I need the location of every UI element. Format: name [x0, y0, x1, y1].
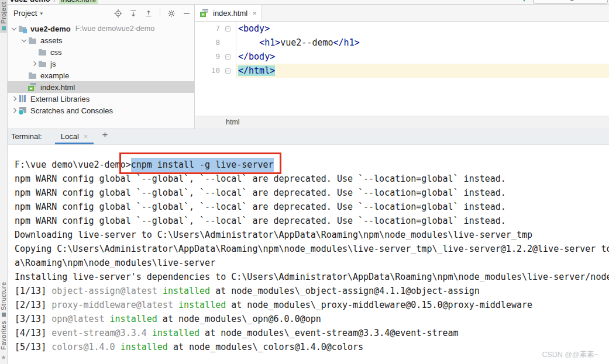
library-icon — [18, 95, 27, 103]
locate-file-icon[interactable] — [114, 9, 122, 18]
tree-item-label: example — [40, 71, 69, 80]
tree-item-label: vue2-demo — [30, 25, 71, 33]
terminal-tab-local[interactable]: Local × — [55, 132, 94, 144]
tree-item-js[interactable]: js — [8, 58, 194, 70]
terminal-line: npm WARN config global `--global`, `--lo… — [15, 186, 609, 200]
tree-item-label: External Libraries — [30, 95, 90, 103]
project-panel-title-group[interactable]: Project ▾ — [13, 9, 43, 18]
tree-item-label: js — [50, 60, 56, 68]
stripe-button-favorites[interactable]: Favorites — [0, 319, 8, 352]
code-line-8[interactable]: 8 <h1>vue2--demo</h1> — [195, 36, 609, 50]
stripe-button-project[interactable]: Project — [0, 0, 8, 33]
folder-icon — [38, 60, 47, 68]
terminal-line: [4/13] event-stream@3.3.4 installed at n… — [15, 326, 609, 340]
tree-item-example[interactable]: example — [8, 70, 194, 81]
tree-item-index-html[interactable]: index.html — [8, 81, 194, 93]
update-project-arrow-icon[interactable] — [521, 0, 527, 2]
expand-all-icon[interactable] — [129, 9, 137, 18]
code-line-10[interactable]: 10</html> — [195, 64, 609, 78]
folder-icon — [28, 36, 37, 44]
chevron-right-icon[interactable] — [30, 60, 38, 68]
chevron-down-icon[interactable] — [20, 36, 28, 44]
fold-marker-icon[interactable] — [225, 54, 230, 60]
terminal-line: [5/13] colors@1.4.0 installed at node_mo… — [15, 340, 609, 354]
html-file-icon — [200, 9, 209, 17]
terminal-line: F:\vue demo\vue2-demo>cnpm install -g li… — [15, 158, 609, 172]
ide-window: Project Structure Favorites ★ vue2-demo … — [0, 0, 609, 364]
folder-icon — [28, 71, 37, 79]
language-breadcrumb[interactable]: html — [226, 118, 240, 126]
project-tree: vue2-demoF:\vue demo\vue2-demoassetscssj… — [8, 22, 194, 116]
tree-item-label: assets — [40, 36, 63, 45]
fold-marker-icon[interactable] — [225, 68, 230, 74]
editor-tab-index-html[interactable]: index.html × — [195, 5, 262, 21]
chevron-right-icon[interactable] — [10, 95, 18, 103]
project-panel-header: Project ▾ — [8, 5, 194, 22]
line-number: 8 — [195, 36, 220, 50]
breadcrumb-project[interactable]: vue2-demo — [10, 0, 50, 4]
editor-tab-label: index.html — [213, 9, 247, 18]
tree-item-label: Scratches and Consoles — [30, 106, 113, 115]
folder-root-icon — [18, 25, 27, 33]
code-text: </body> — [236, 50, 609, 64]
project-panel-title: Project — [13, 9, 37, 18]
terminal-panel: Terminal: Local × + F:\vue demo\vue2-dem… — [8, 129, 609, 364]
terminal-tab-label: Local — [61, 132, 79, 141]
hide-panel-icon[interactable] — [183, 9, 191, 18]
tree-item-label: css — [50, 48, 62, 57]
chevron-spacer — [20, 83, 28, 91]
stripe-project-label: Project — [0, 2, 7, 24]
watermark: CSDN @@素素~ — [542, 348, 598, 359]
terminal-line: [3/13] opn@latest installed at node_modu… — [15, 312, 609, 326]
editor-tab-bar: index.html × — [195, 5, 609, 22]
stripe-button-structure[interactable]: Structure — [0, 280, 8, 319]
structure-tool-icon — [2, 313, 6, 317]
tree-item-vue2-demo[interactable]: vue2-demoF:\vue demo\vue2-demo — [8, 23, 194, 34]
breadcrumb-separator: / — [54, 0, 56, 4]
add-configuration-button[interactable]: Add Configuration... — [533, 0, 608, 4]
terminal-line: Copying C:\Users\Administrator\AppData\R… — [15, 242, 609, 256]
tree-item-external-libraries[interactable]: External Libraries — [8, 93, 194, 105]
project-panel: Project ▾ — [8, 5, 195, 129]
favorites-star-icon[interactable]: ★ — [1, 355, 6, 360]
close-terminal-tab-icon[interactable]: × — [84, 132, 88, 141]
tree-item-scratches-and-consoles[interactable]: Scratches and Consoles — [8, 105, 194, 116]
new-terminal-session-icon[interactable]: + — [102, 129, 108, 144]
chevron-down-icon[interactable] — [10, 25, 18, 33]
tool-window-strip: Project Structure Favorites ★ — [0, 0, 8, 364]
code-text: <h1>vue2--demo</h1> — [236, 36, 609, 50]
terminal-line: [2/13] proxy-middleware@latest installed… — [15, 298, 609, 312]
stripe-structure-label: Structure — [0, 282, 7, 310]
code-text: <body> — [236, 22, 609, 36]
line-number: 9 — [195, 50, 220, 64]
tree-item-path: F:\vue demo\vue2-demo — [75, 25, 155, 33]
code-line-7[interactable]: 7<body> — [195, 22, 609, 36]
chevron-right-icon[interactable] — [10, 106, 18, 115]
code-line-9[interactable]: 9</body> — [195, 50, 609, 64]
terminal-line: npm WARN config global `--global`, `--lo… — [15, 214, 609, 228]
scratches-icon — [18, 106, 27, 115]
tree-item-assets[interactable]: assets — [8, 34, 194, 46]
close-tab-icon[interactable]: × — [252, 9, 257, 18]
folder-icon — [38, 48, 47, 56]
terminal-line: a\Roaming\npm\node_modules\live-server — [15, 256, 609, 270]
toolbar-separator — [160, 9, 160, 18]
settings-gear-icon[interactable] — [167, 9, 176, 18]
terminal-line: Downloading live-server to C:\Users\Admi… — [15, 228, 609, 242]
code-text: </html> — [236, 64, 609, 78]
tree-item-label: index.html — [40, 83, 75, 92]
chevron-down-icon: ▾ — [40, 11, 43, 16]
breadcrumb-file[interactable]: index.html — [61, 0, 95, 4]
line-number: 10 — [195, 64, 220, 78]
terminal-title: Terminal: — [11, 132, 42, 144]
fold-marker-icon[interactable] — [225, 26, 230, 32]
terminal-line: npm WARN config global `--global`, `--lo… — [15, 200, 609, 214]
project-tool-icon — [2, 26, 6, 30]
collapse-all-icon[interactable] — [144, 9, 153, 18]
code-editor[interactable]: 7<body>8 <h1>vue2--demo</h1>9</body>10</… — [195, 22, 609, 116]
breadcrumb[interactable]: vue2-demo / index.html — [10, 0, 98, 5]
terminal-line: npm WARN config global `--global`, `--lo… — [15, 172, 609, 186]
terminal-output[interactable]: F:\vue demo\vue2-demo>cnpm install -g li… — [8, 145, 609, 354]
tree-item-css[interactable]: css — [8, 46, 194, 58]
terminal-line: [1/13] object-assign@latest installed at… — [15, 284, 609, 298]
